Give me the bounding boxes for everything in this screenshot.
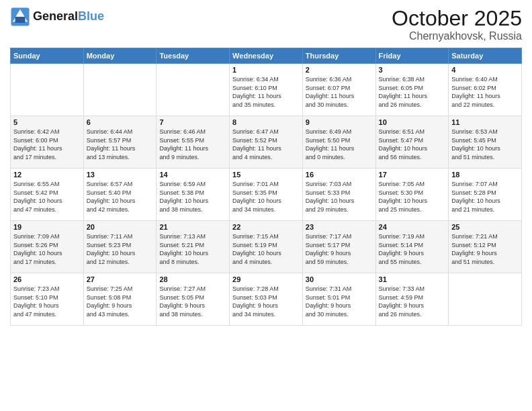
calendar-cell: 31Sunrise: 7:33 AM Sunset: 4:59 PM Dayli… xyxy=(375,273,449,326)
calendar-cell: 13Sunrise: 6:57 AM Sunset: 5:40 PM Dayli… xyxy=(83,169,157,221)
week-row-3: 12Sunrise: 6:55 AM Sunset: 5:42 PM Dayli… xyxy=(11,169,522,221)
calendar-cell: 25Sunrise: 7:21 AM Sunset: 5:12 PM Dayli… xyxy=(449,221,522,273)
day-info: Sunrise: 6:38 AM Sunset: 6:05 PM Dayligh… xyxy=(379,75,446,109)
col-sunday: Sunday xyxy=(11,48,84,64)
day-info: Sunrise: 6:47 AM Sunset: 5:52 PM Dayligh… xyxy=(232,128,300,161)
day-info: Sunrise: 7:21 AM Sunset: 5:12 PM Dayligh… xyxy=(451,232,519,266)
day-number: 17 xyxy=(379,171,446,179)
day-number: 19 xyxy=(13,223,81,231)
calendar-cell: 9Sunrise: 6:49 AM Sunset: 5:50 PM Daylig… xyxy=(302,116,375,169)
day-number: 3 xyxy=(379,66,446,74)
calendar-cell: 24Sunrise: 7:19 AM Sunset: 5:14 PM Dayli… xyxy=(375,221,449,273)
day-info: Sunrise: 7:27 AM Sunset: 5:05 PM Dayligh… xyxy=(159,285,226,318)
day-info: Sunrise: 6:36 AM Sunset: 6:07 PM Dayligh… xyxy=(306,75,373,109)
day-number: 22 xyxy=(232,223,300,231)
day-info: Sunrise: 6:49 AM Sunset: 5:50 PM Dayligh… xyxy=(306,128,373,161)
day-info: Sunrise: 7:19 AM Sunset: 5:14 PM Dayligh… xyxy=(379,232,446,266)
calendar-cell: 22Sunrise: 7:15 AM Sunset: 5:19 PM Dayli… xyxy=(230,221,303,273)
day-number: 31 xyxy=(379,275,446,283)
col-saturday: Saturday xyxy=(449,48,522,64)
day-info: Sunrise: 7:31 AM Sunset: 5:01 PM Dayligh… xyxy=(306,285,373,318)
month-title: October 2025 xyxy=(392,7,522,30)
week-row-1: 1Sunrise: 6:34 AM Sunset: 6:10 PM Daylig… xyxy=(11,64,522,116)
day-number: 15 xyxy=(232,171,300,179)
day-number: 24 xyxy=(379,223,446,231)
day-info: Sunrise: 6:42 AM Sunset: 6:00 PM Dayligh… xyxy=(13,128,81,161)
calendar-cell: 15Sunrise: 7:01 AM Sunset: 5:35 PM Dayli… xyxy=(230,169,303,221)
day-number: 9 xyxy=(306,118,373,126)
calendar-cell: 14Sunrise: 6:59 AM Sunset: 5:38 PM Dayli… xyxy=(157,169,230,221)
day-number: 16 xyxy=(306,171,373,179)
day-number: 30 xyxy=(306,275,373,283)
day-number: 7 xyxy=(159,118,226,126)
calendar-cell: 11Sunrise: 6:53 AM Sunset: 5:45 PM Dayli… xyxy=(449,116,522,169)
day-info: Sunrise: 6:34 AM Sunset: 6:10 PM Dayligh… xyxy=(232,75,300,109)
day-number: 8 xyxy=(232,118,300,126)
calendar-cell: 16Sunrise: 7:03 AM Sunset: 5:33 PM Dayli… xyxy=(302,169,375,221)
calendar-cell: 27Sunrise: 7:25 AM Sunset: 5:08 PM Dayli… xyxy=(83,273,157,326)
day-number: 20 xyxy=(87,223,154,231)
day-info: Sunrise: 7:11 AM Sunset: 5:23 PM Dayligh… xyxy=(87,232,154,266)
calendar-header-row: Sunday Monday Tuesday Wednesday Thursday… xyxy=(11,48,522,64)
day-number: 29 xyxy=(232,275,300,283)
logo: GeneralBlue xyxy=(10,7,104,27)
day-info: Sunrise: 6:53 AM Sunset: 5:45 PM Dayligh… xyxy=(451,128,519,161)
calendar-cell: 2Sunrise: 6:36 AM Sunset: 6:07 PM Daylig… xyxy=(302,64,375,116)
calendar-cell: 1Sunrise: 6:34 AM Sunset: 6:10 PM Daylig… xyxy=(230,64,303,116)
day-number: 25 xyxy=(451,223,519,231)
day-number: 6 xyxy=(87,118,154,126)
col-tuesday: Tuesday xyxy=(157,48,230,64)
calendar-cell: 20Sunrise: 7:11 AM Sunset: 5:23 PM Dayli… xyxy=(83,221,157,273)
day-number: 14 xyxy=(159,171,226,179)
calendar-cell xyxy=(157,64,230,116)
calendar-cell: 23Sunrise: 7:17 AM Sunset: 5:17 PM Dayli… xyxy=(302,221,375,273)
calendar-cell: 17Sunrise: 7:05 AM Sunset: 5:30 PM Dayli… xyxy=(375,169,449,221)
day-number: 13 xyxy=(87,171,154,179)
day-info: Sunrise: 7:33 AM Sunset: 4:59 PM Dayligh… xyxy=(379,285,446,318)
logo-line1: General xyxy=(33,9,78,23)
day-number: 18 xyxy=(451,171,519,179)
week-row-4: 19Sunrise: 7:09 AM Sunset: 5:26 PM Dayli… xyxy=(11,221,522,273)
day-number: 10 xyxy=(379,118,446,126)
day-info: Sunrise: 6:59 AM Sunset: 5:38 PM Dayligh… xyxy=(159,180,226,214)
day-info: Sunrise: 7:07 AM Sunset: 5:28 PM Dayligh… xyxy=(451,180,519,214)
day-info: Sunrise: 6:40 AM Sunset: 6:02 PM Dayligh… xyxy=(451,75,519,109)
col-thursday: Thursday xyxy=(302,48,375,64)
calendar-cell: 18Sunrise: 7:07 AM Sunset: 5:28 PM Dayli… xyxy=(449,169,522,221)
location-subtitle: Chernyakhovsk, Russia xyxy=(392,30,522,42)
calendar-cell: 30Sunrise: 7:31 AM Sunset: 5:01 PM Dayli… xyxy=(302,273,375,326)
day-number: 12 xyxy=(13,171,81,179)
day-info: Sunrise: 7:01 AM Sunset: 5:35 PM Dayligh… xyxy=(232,180,300,214)
day-number: 28 xyxy=(159,275,226,283)
day-info: Sunrise: 7:05 AM Sunset: 5:30 PM Dayligh… xyxy=(379,180,446,214)
col-monday: Monday xyxy=(83,48,157,64)
day-number: 27 xyxy=(87,275,154,283)
calendar-cell: 3Sunrise: 6:38 AM Sunset: 6:05 PM Daylig… xyxy=(375,64,449,116)
week-row-5: 26Sunrise: 7:23 AM Sunset: 5:10 PM Dayli… xyxy=(11,273,522,326)
calendar-cell: 5Sunrise: 6:42 AM Sunset: 6:00 PM Daylig… xyxy=(11,116,84,169)
day-info: Sunrise: 6:44 AM Sunset: 5:57 PM Dayligh… xyxy=(87,128,154,161)
calendar-cell: 7Sunrise: 6:46 AM Sunset: 5:55 PM Daylig… xyxy=(157,116,230,169)
calendar-cell: 6Sunrise: 6:44 AM Sunset: 5:57 PM Daylig… xyxy=(83,116,157,169)
calendar-cell: 28Sunrise: 7:27 AM Sunset: 5:05 PM Dayli… xyxy=(157,273,230,326)
day-info: Sunrise: 7:13 AM Sunset: 5:21 PM Dayligh… xyxy=(159,232,226,266)
day-number: 5 xyxy=(13,118,81,126)
title-block: October 2025 Chernyakhovsk, Russia xyxy=(392,7,522,42)
calendar-cell: 19Sunrise: 7:09 AM Sunset: 5:26 PM Dayli… xyxy=(11,221,84,273)
day-info: Sunrise: 6:57 AM Sunset: 5:40 PM Dayligh… xyxy=(87,180,154,214)
calendar-cell xyxy=(449,273,522,326)
calendar-cell: 4Sunrise: 6:40 AM Sunset: 6:02 PM Daylig… xyxy=(449,64,522,116)
calendar-cell: 21Sunrise: 7:13 AM Sunset: 5:21 PM Dayli… xyxy=(157,221,230,273)
col-friday: Friday xyxy=(375,48,449,64)
page: GeneralBlue October 2025 Chernyakhovsk, … xyxy=(0,0,532,411)
calendar-cell: 8Sunrise: 6:47 AM Sunset: 5:52 PM Daylig… xyxy=(230,116,303,169)
week-row-2: 5Sunrise: 6:42 AM Sunset: 6:00 PM Daylig… xyxy=(11,116,522,169)
svg-rect-2 xyxy=(15,17,26,23)
day-info: Sunrise: 7:23 AM Sunset: 5:10 PM Dayligh… xyxy=(13,285,81,318)
day-info: Sunrise: 6:55 AM Sunset: 5:42 PM Dayligh… xyxy=(13,180,81,214)
logo-text: GeneralBlue xyxy=(33,10,104,24)
day-number: 2 xyxy=(306,66,373,74)
day-number: 21 xyxy=(159,223,226,231)
calendar-table: Sunday Monday Tuesday Wednesday Thursday… xyxy=(10,48,522,326)
calendar-cell: 26Sunrise: 7:23 AM Sunset: 5:10 PM Dayli… xyxy=(11,273,84,326)
